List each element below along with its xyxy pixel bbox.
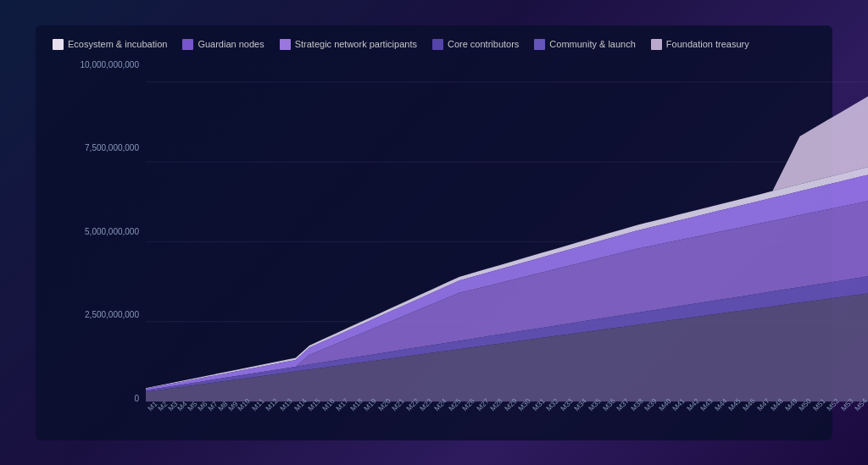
y-label: 5,000,000,000 xyxy=(53,227,146,236)
legend-color-guardian xyxy=(182,39,193,50)
legend-label-guardian: Guardian nodes xyxy=(198,39,264,49)
legend-item-ecosystem: Ecosystem & incubation xyxy=(53,39,167,50)
legend-label-strategic: Strategic network participants xyxy=(295,39,417,49)
legend: Ecosystem & incubationGuardian nodesStra… xyxy=(53,39,815,50)
legend-label-core: Core contributors xyxy=(448,39,519,49)
y-label: 2,500,000,000 xyxy=(53,310,146,319)
legend-label-foundation: Foundation treasury xyxy=(666,39,749,49)
legend-color-core xyxy=(432,39,443,50)
legend-item-foundation: Foundation treasury xyxy=(651,39,749,50)
legend-item-strategic: Strategic network participants xyxy=(280,39,417,50)
grid-and-bars xyxy=(146,60,868,403)
legend-color-strategic xyxy=(280,39,291,50)
chart-svg xyxy=(146,60,868,403)
x-axis-labels: M1M2M3M4M5M6M7M8M9M10M11M12M13M14M15M16M… xyxy=(146,403,868,427)
legend-color-ecosystem xyxy=(53,39,64,50)
y-axis: 10,000,000,0007,500,000,0005,000,000,000… xyxy=(53,60,146,427)
y-label: 10,000,000,000 xyxy=(53,60,146,69)
legend-color-community xyxy=(534,39,545,50)
y-label: 7,500,000,000 xyxy=(53,143,146,152)
chart-area: 10,000,000,0007,500,000,0005,000,000,000… xyxy=(53,60,815,427)
plot-area: M1M2M3M4M5M6M7M8M9M10M11M12M13M14M15M16M… xyxy=(146,60,868,427)
legend-label-ecosystem: Ecosystem & incubation xyxy=(68,39,167,49)
y-label: 0 xyxy=(53,394,146,403)
legend-color-foundation xyxy=(651,39,662,50)
chart-container: Ecosystem & incubationGuardian nodesStra… xyxy=(36,25,832,440)
legend-item-core: Core contributors xyxy=(432,39,519,50)
legend-item-community: Community & launch xyxy=(534,39,636,50)
legend-label-community: Community & launch xyxy=(549,39,636,49)
legend-item-guardian: Guardian nodes xyxy=(182,39,264,50)
